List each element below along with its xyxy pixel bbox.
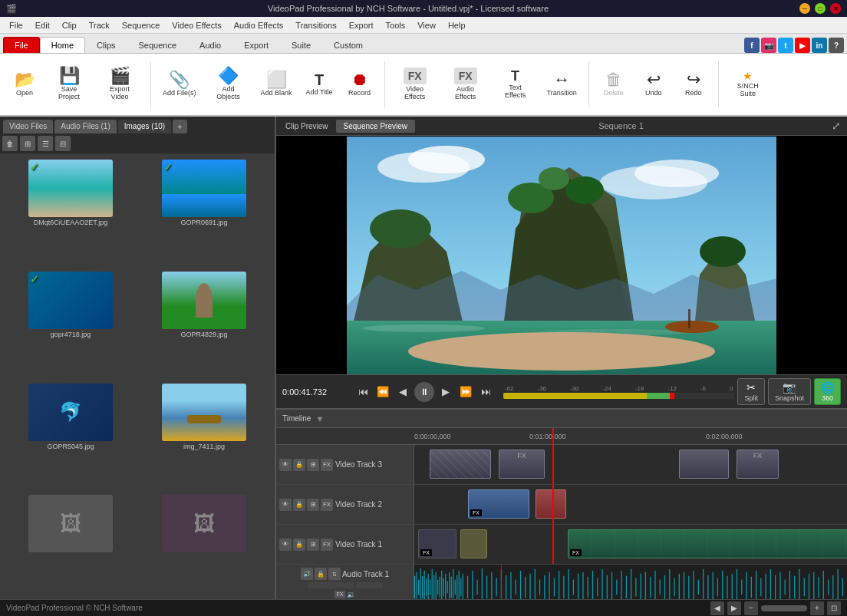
maximize-button[interactable]: □ (815, 3, 826, 14)
audio-lock[interactable]: 🔒 (315, 568, 327, 580)
undo-button[interactable]: ↩ Undo (635, 58, 672, 111)
media-item[interactable]: 🖼 (6, 495, 135, 593)
nch-suite-button[interactable]: ★ S!NCH Suite (725, 58, 771, 111)
expand-preview-button[interactable]: ⤢ (827, 118, 845, 133)
track-clip[interactable] (460, 529, 487, 558)
audio-speaker-icon[interactable]: 🔉 (347, 591, 355, 598)
transition-button[interactable]: ↔ Transition (542, 58, 582, 111)
menu-tools[interactable]: Tools (380, 19, 412, 31)
split-button[interactable]: ✂ Split (737, 378, 765, 405)
media-item[interactable]: ✓ DMqt6CiUEAAO2ET.jpg (6, 160, 135, 267)
track-clip[interactable] (679, 450, 729, 479)
menu-export[interactable]: Export (343, 19, 380, 31)
instagram-icon[interactable]: 📷 (761, 38, 776, 53)
grid-view-button[interactable]: ⊞ (20, 136, 35, 151)
scroll-right-button[interactable]: ▶ (727, 601, 741, 615)
clip-preview-tab[interactable]: Clip Preview (278, 120, 336, 133)
add-files-button[interactable]: 📎 Add File(s) (157, 58, 202, 111)
save-project-button[interactable]: 💾 Save Project (46, 58, 92, 111)
delete-button[interactable]: 🗑 Delete (595, 58, 632, 111)
open-button[interactable]: 📂 Open (6, 58, 43, 111)
detail-view-button[interactable]: ⊟ (55, 136, 71, 151)
zoom-slider[interactable] (761, 605, 807, 611)
track-2-fx[interactable]: FX (321, 499, 333, 511)
add-blank-button[interactable]: ⬜ Add Blank (255, 58, 298, 111)
track-clip[interactable]: FX (418, 529, 456, 558)
track-1-group[interactable]: ⊞ (307, 539, 319, 551)
audio-pan-slider[interactable] (356, 582, 383, 588)
tab-custom[interactable]: Custom (322, 37, 374, 53)
track-1-lock[interactable]: 🔒 (293, 539, 305, 551)
audio-track-1-content[interactable] (414, 565, 847, 599)
next-frame-button[interactable]: ⏩ (457, 384, 474, 400)
audio-volume-slider[interactable] (308, 582, 354, 588)
tab-suite[interactable]: Suite (280, 37, 322, 53)
facebook-icon[interactable]: f (744, 38, 760, 53)
track-clip[interactable] (430, 450, 491, 479)
media-item[interactable]: ✓ GOPR0691.jpg (140, 160, 269, 267)
fit-button[interactable]: ⊡ (827, 601, 841, 615)
go-end-button[interactable]: ⏭ (477, 384, 494, 400)
menu-transitions[interactable]: Transitions (289, 19, 342, 31)
prev-frame-button[interactable]: ⏪ (374, 384, 391, 400)
timeline-dropdown[interactable]: ▼ (315, 414, 324, 423)
track-3-fx[interactable]: FX (321, 459, 333, 471)
tab-export[interactable]: Export (232, 37, 280, 53)
close-button[interactable]: ✕ (830, 3, 841, 14)
audio-fx-button[interactable]: FX (335, 591, 346, 598)
track-3-lock[interactable]: 🔒 (293, 459, 305, 471)
track-3-mute[interactable]: 👁 (279, 459, 292, 471)
menu-video-effects[interactable]: Video Effects (166, 19, 227, 31)
add-objects-button[interactable]: 🔷 Add Objects (205, 58, 252, 111)
track-1-mute[interactable]: 👁 (279, 539, 292, 551)
media-item[interactable]: ✓ gopr4718.jpg (6, 272, 135, 379)
tab-home[interactable]: Home (40, 37, 85, 53)
menu-sequence[interactable]: Sequence (116, 19, 166, 31)
tab-file[interactable]: File (3, 37, 40, 53)
zoom-in-button[interactable]: + (810, 601, 824, 615)
redo-button[interactable]: ↪ Redo (675, 58, 712, 111)
step-forward-button[interactable]: ▶ (437, 384, 454, 400)
track-clip[interactable] (536, 489, 566, 519)
media-item[interactable]: 🖼 (140, 495, 269, 593)
menu-clip[interactable]: Clip (56, 19, 83, 31)
zoom-out-button[interactable]: − (744, 601, 758, 615)
track-1-fx[interactable]: FX (321, 539, 333, 551)
export-video-button[interactable]: 🎬 Export Video (95, 58, 144, 111)
add-title-button[interactable]: T Add Title (301, 58, 338, 111)
track-3-content[interactable]: FX FX (414, 445, 847, 484)
track-2-mute[interactable]: 👁 (279, 499, 292, 511)
youtube-icon[interactable]: ▶ (795, 38, 810, 53)
360-button[interactable]: 🌐 360 (814, 378, 841, 405)
menu-help[interactable]: Help (442, 19, 472, 31)
tab-sequence[interactable]: Sequence (127, 37, 189, 53)
scroll-left-button[interactable]: ◀ (710, 601, 724, 615)
menu-track[interactable]: Track (83, 19, 116, 31)
list-view-button[interactable]: ☰ (38, 136, 53, 151)
video-effects-button[interactable]: FX Video Effects (391, 58, 439, 111)
tab-audio[interactable]: Audio (188, 37, 232, 53)
track-clip[interactable]: FX (499, 450, 545, 479)
track-clip-long[interactable]: FX (568, 529, 847, 558)
track-3-group[interactable]: ⊞ (307, 459, 319, 471)
media-item[interactable]: 🐬 GOPR5045.jpg (6, 384, 135, 491)
audio-solo[interactable]: S (328, 568, 341, 580)
images-tab[interactable]: Images (10) (118, 120, 171, 133)
track-2-lock[interactable]: 🔒 (293, 499, 305, 511)
minimize-button[interactable]: ─ (799, 3, 810, 14)
track-1-content[interactable]: FX FX (414, 525, 847, 564)
play-pause-button[interactable]: ⏸ (414, 382, 434, 402)
track-2-group[interactable]: ⊞ (307, 499, 319, 511)
record-button[interactable]: ⏺ Record (341, 58, 378, 111)
menu-view[interactable]: View (411, 19, 442, 31)
audio-mute[interactable]: 🔊 (301, 568, 313, 580)
sequence-preview-tab[interactable]: Sequence Preview (336, 120, 415, 133)
go-start-button[interactable]: ⏮ (354, 384, 371, 400)
video-files-tab[interactable]: Video Files (3, 120, 53, 133)
help-icon[interactable]: ? (829, 38, 844, 53)
track-clip[interactable]: FX (737, 450, 779, 479)
step-back-button[interactable]: ◀ (394, 384, 411, 400)
linkedin-icon[interactable]: in (812, 38, 827, 53)
track-2-content[interactable]: FX FX (414, 485, 847, 524)
add-media-tab[interactable]: + (173, 120, 186, 133)
